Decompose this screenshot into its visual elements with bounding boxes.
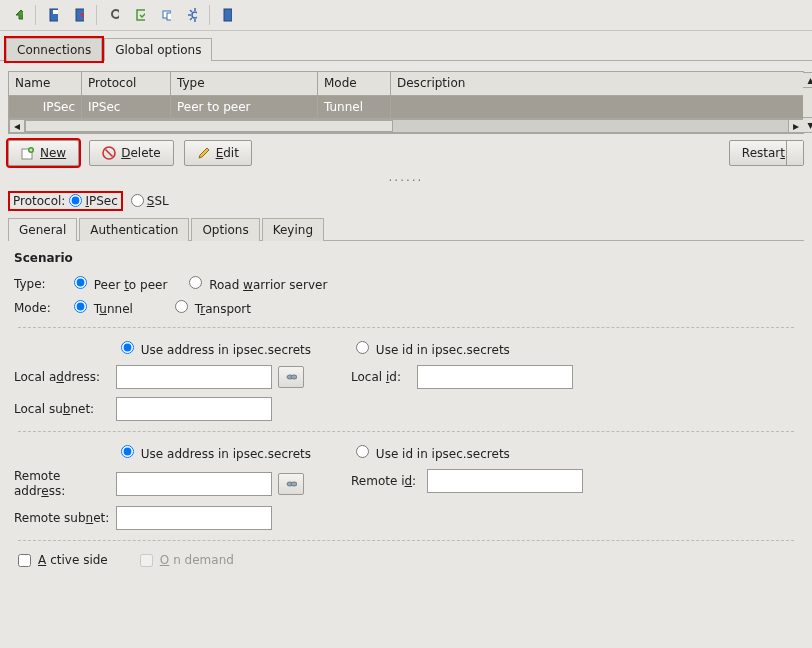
protocol-label: Protocol: [13, 194, 65, 208]
restart-button[interactable]: Restart ▾ [729, 140, 804, 166]
local-address-label: Local address: [14, 370, 110, 384]
dropdown-arrow-icon[interactable]: ▾ [794, 148, 799, 159]
separator [35, 5, 36, 25]
scroll-right-icon[interactable]: ▸ [788, 119, 804, 133]
gear-icon[interactable] [180, 4, 204, 26]
radio-type-roadwarrior[interactable]: Road warrior server [189, 276, 327, 292]
remote-id-label: Remote id: [351, 474, 421, 488]
scenario-heading: Scenario [14, 251, 798, 265]
remote-address-label: Remote address: [14, 469, 110, 498]
th-type[interactable]: Type [171, 72, 318, 94]
scroll-left-icon[interactable]: ◂ [9, 119, 25, 133]
separator [96, 5, 97, 25]
edit-button[interactable]: Edit [184, 140, 252, 166]
local-id-label: Local id: [351, 370, 411, 384]
svg-point-27 [291, 482, 297, 486]
connections-table: Name Protocol Type Mode Description IPSe… [8, 71, 804, 134]
splitter-handle[interactable]: ...... [8, 170, 804, 184]
type-label: Type: [14, 277, 64, 291]
main-tabs: Connections Global options [0, 31, 812, 61]
remote-address-input[interactable] [116, 472, 272, 496]
toolbar [0, 0, 812, 31]
local-subnet-label: Local subnet: [14, 402, 110, 416]
radio-mode-tunnel[interactable]: Tunnel [74, 300, 133, 316]
tab-authentication[interactable]: Authentication [79, 218, 189, 241]
cell [391, 96, 804, 118]
button-label: Edit [216, 146, 239, 160]
cell: Peer to peer [171, 96, 318, 118]
checkbox-active-side[interactable]: Active side [14, 551, 108, 570]
th-name[interactable]: Name [9, 72, 82, 94]
scroll-up-icon[interactable]: ▴ [803, 73, 812, 88]
hscrollbar[interactable]: ◂▸ [9, 118, 804, 133]
radio-protocol-ssl[interactable]: SSL [131, 194, 169, 208]
exit-icon[interactable] [215, 4, 239, 26]
button-label: Delete [121, 146, 160, 160]
tab-connections[interactable]: Connections [6, 38, 102, 61]
save-icon[interactable] [41, 4, 65, 26]
tab-keying[interactable]: Keying [262, 218, 324, 241]
tab-general[interactable]: General [8, 218, 77, 241]
pick-local-addr-icon[interactable] [278, 366, 304, 388]
th-mode[interactable]: Mode [318, 72, 391, 94]
svg-rect-17 [224, 9, 232, 21]
windows-icon[interactable] [154, 4, 178, 26]
refresh-view-icon[interactable] [128, 4, 152, 26]
svg-line-13 [190, 10, 192, 12]
table-row[interactable]: IPSec IPSec Peer to peer Tunnel [9, 96, 804, 118]
radio-local-use-addr[interactable]: Use address in ipsec.secrets [116, 338, 311, 357]
local-id-input[interactable] [417, 365, 573, 389]
th-protocol[interactable]: Protocol [82, 72, 171, 94]
cell: Tunnel [318, 96, 391, 118]
tab-global-options[interactable]: Global options [104, 38, 212, 61]
delete-button[interactable]: Delete [89, 140, 173, 166]
revert-icon[interactable] [67, 4, 91, 26]
svg-point-25 [291, 375, 297, 379]
add-icon [21, 146, 35, 160]
search-icon[interactable] [102, 4, 126, 26]
local-address-input[interactable] [116, 365, 272, 389]
svg-point-8 [192, 12, 197, 18]
button-label: New [40, 146, 66, 160]
separator [209, 5, 210, 25]
local-subnet-input[interactable] [116, 397, 272, 421]
svg-rect-1 [53, 10, 58, 14]
mode-label: Mode: [14, 301, 64, 315]
radio-remote-use-id[interactable]: Use id in ipsec.secrets [351, 442, 510, 461]
radio-protocol-ipsec[interactable]: IPSec [69, 194, 117, 208]
radio-local-use-id[interactable]: Use id in ipsec.secrets [351, 338, 510, 357]
svg-line-15 [190, 18, 192, 20]
detail-tabs: General Authentication Options Keying [8, 217, 804, 241]
pick-remote-addr-icon[interactable] [278, 473, 304, 495]
remote-subnet-input[interactable] [116, 506, 272, 530]
tab-options[interactable]: Options [191, 218, 259, 241]
th-description[interactable]: Description [391, 72, 804, 94]
button-label: Restart [742, 146, 785, 160]
cell: IPSec [82, 96, 171, 118]
remote-id-input[interactable] [427, 469, 583, 493]
scroll-down-icon[interactable]: ▾ [803, 117, 812, 132]
vscrollbar[interactable]: ▴▾ [803, 72, 812, 133]
radio-mode-transport[interactable]: Transport [175, 300, 251, 316]
cell: IPSec [9, 96, 82, 118]
radio-type-p2p[interactable]: Peer to peer [74, 276, 167, 292]
delete-icon [102, 146, 116, 160]
radio-remote-use-addr[interactable]: Use address in ipsec.secrets [116, 442, 311, 461]
new-button[interactable]: New [8, 140, 79, 166]
remote-subnet-label: Remote subnet: [14, 511, 110, 525]
edit-icon [197, 146, 211, 160]
svg-point-3 [112, 10, 119, 18]
up-icon[interactable] [6, 4, 30, 26]
svg-rect-7 [167, 13, 171, 20]
svg-line-23 [106, 150, 113, 157]
checkbox-on-demand: On demand [136, 551, 234, 570]
